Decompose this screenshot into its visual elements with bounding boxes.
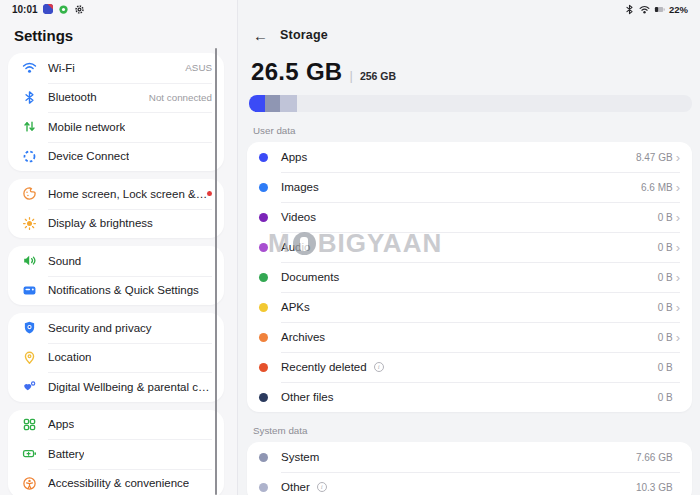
gear-status-icon bbox=[74, 4, 85, 15]
display-icon bbox=[22, 216, 37, 231]
sidebar-item-device-connect[interactable]: Device Connect bbox=[8, 142, 224, 172]
sidebar-item-wi-fi[interactable]: Wi-FiASUS bbox=[8, 53, 224, 83]
location-icon bbox=[22, 350, 37, 365]
storage-usage-bar bbox=[249, 95, 692, 112]
chevron-right-icon[interactable]: › bbox=[676, 151, 680, 164]
settings-group-card: Wi-FiASUSBluetoothNot connectedMobile ne… bbox=[8, 53, 224, 171]
info-icon[interactable]: i bbox=[317, 482, 327, 492]
sidebar-item-apps[interactable]: Apps bbox=[8, 410, 224, 440]
section-header: System data bbox=[247, 412, 692, 442]
chevron-right-icon[interactable]: › bbox=[676, 331, 680, 344]
sidebar-item-label: Mobile network bbox=[48, 121, 125, 133]
back-arrow-icon[interactable]: ← bbox=[253, 28, 268, 43]
storage-section-card: Apps8.47 GB›Images6.6 MB›Videos0 B›Audio… bbox=[247, 142, 692, 412]
storage-row-other: Otheri10.3 GB› bbox=[247, 472, 692, 495]
sidebar-item-bluetooth[interactable]: BluetoothNot connected bbox=[8, 83, 224, 113]
category-color-dot bbox=[259, 183, 268, 192]
mobile-network-icon bbox=[22, 119, 37, 134]
storage-row-apps[interactable]: Apps8.47 GB› bbox=[247, 142, 692, 172]
sidebar-item-label: Sound bbox=[48, 255, 81, 267]
storage-section-card: System7.66 GB›Otheri10.3 GB› bbox=[247, 442, 692, 495]
apps-icon bbox=[22, 417, 37, 432]
storage-panel: ← Storage 26.5 GB | 256 GB User dataApps… bbox=[238, 18, 700, 495]
sidebar-item-label: Device Connect bbox=[48, 150, 129, 162]
sidebar-item-digital-wellbeing-parental-controls[interactable]: Digital Wellbeing & parental controls bbox=[8, 372, 224, 402]
category-size-value: 0 B bbox=[658, 362, 673, 373]
chevron-right-icon[interactable]: › bbox=[676, 181, 680, 194]
sidebar-item-home-screen-lock-screen-style[interactable]: Home screen, Lock screen & style bbox=[8, 179, 224, 209]
accessibility-icon bbox=[22, 476, 37, 491]
category-label: Archives bbox=[281, 331, 325, 343]
sidebar-item-notifications-quick-settings[interactable]: Notifications & Quick Settings bbox=[8, 276, 224, 306]
usage-bar-segment-2 bbox=[280, 95, 297, 112]
sidebar-item-label: Bluetooth bbox=[48, 91, 97, 103]
settings-group-card: Security and privacyLocationDigital Well… bbox=[8, 313, 224, 402]
home-style-icon bbox=[22, 186, 37, 201]
wellbeing-icon bbox=[22, 379, 37, 394]
usage-bar-segment-0 bbox=[249, 95, 265, 112]
storage-row-documents[interactable]: Documents0 B› bbox=[247, 262, 692, 292]
sidebar-item-label: Wi-Fi bbox=[48, 62, 75, 74]
chevron-right-icon[interactable]: › bbox=[676, 211, 680, 224]
status-bar: 10:01 22% bbox=[0, 0, 700, 18]
section-header: User data bbox=[247, 112, 692, 142]
category-label: Images bbox=[281, 181, 319, 193]
device-connect-icon bbox=[22, 149, 37, 164]
storage-row-audio[interactable]: Audio0 B› bbox=[247, 232, 692, 262]
settings-menu: Wi-FiASUSBluetoothNot connectedMobile ne… bbox=[0, 53, 237, 495]
category-size-value: 10.3 GB bbox=[636, 482, 673, 493]
wifi-icon bbox=[22, 60, 37, 75]
sidebar-item-battery[interactable]: Battery bbox=[8, 439, 224, 469]
settings-panel: Settings Wi-FiASUSBluetoothNot connected… bbox=[0, 18, 237, 495]
category-color-dot bbox=[259, 273, 268, 282]
chevron-right-icon[interactable]: › bbox=[676, 241, 680, 254]
storage-separator: | bbox=[349, 68, 352, 83]
data-saver-icon bbox=[58, 4, 69, 15]
sidebar-item-label: Notifications & Quick Settings bbox=[48, 284, 199, 296]
storage-row-images[interactable]: Images6.6 MB› bbox=[247, 172, 692, 202]
sidebar-item-accessibility-convenience[interactable]: Accessibility & convenience bbox=[8, 469, 224, 495]
sound-icon bbox=[22, 253, 37, 268]
sidebar-item-label: Display & brightness bbox=[48, 217, 153, 229]
battery-icon bbox=[22, 446, 37, 461]
storage-row-other-files: Other files0 B› bbox=[247, 382, 692, 412]
category-size-value: 0 B bbox=[658, 332, 673, 343]
sidebar-item-sound[interactable]: Sound bbox=[8, 246, 224, 276]
notifications-icon bbox=[22, 283, 37, 298]
chevron-right-icon[interactable]: › bbox=[676, 271, 680, 284]
clock: 10:01 bbox=[12, 4, 38, 15]
category-color-dot bbox=[259, 213, 268, 222]
storage-total: 256 GB bbox=[360, 70, 396, 82]
category-size-value: 8.47 GB bbox=[636, 152, 673, 163]
notification-badge-dot bbox=[207, 191, 212, 196]
usage-bar-segment-1 bbox=[265, 95, 280, 112]
sidebar-item-mobile-network[interactable]: Mobile network bbox=[8, 112, 224, 142]
storage-used: 26.5 GB bbox=[251, 58, 342, 86]
category-color-dot bbox=[259, 333, 268, 342]
chevron-right-icon[interactable]: › bbox=[676, 301, 680, 314]
storage-row-system: System7.66 GB› bbox=[247, 442, 692, 472]
category-label: Documents bbox=[281, 271, 339, 283]
sidebar-item-security-and-privacy[interactable]: Security and privacy bbox=[8, 313, 224, 343]
sidebar-item-display-brightness[interactable]: Display & brightness bbox=[8, 209, 224, 239]
sidebar-item-label: Home screen, Lock screen & style bbox=[48, 188, 207, 200]
wifi-status-icon bbox=[639, 4, 650, 15]
settings-scrollbar[interactable] bbox=[215, 48, 218, 495]
category-label: Recently deleted bbox=[281, 361, 367, 373]
category-size-value: 0 B bbox=[658, 212, 673, 223]
settings-title: Settings bbox=[0, 18, 237, 53]
usage-bar-track bbox=[297, 95, 692, 112]
storage-sections: User dataApps8.47 GB›Images6.6 MB›Videos… bbox=[247, 112, 692, 495]
page-title: Storage bbox=[280, 28, 328, 42]
sidebar-item-label: Security and privacy bbox=[48, 322, 152, 334]
category-color-dot bbox=[259, 453, 268, 462]
storage-row-archives[interactable]: Archives0 B› bbox=[247, 322, 692, 352]
info-icon[interactable]: i bbox=[374, 362, 384, 372]
category-label: Videos bbox=[281, 211, 316, 223]
sidebar-item-location[interactable]: Location bbox=[8, 343, 224, 373]
category-label: Audio bbox=[281, 241, 310, 253]
security-icon bbox=[22, 320, 37, 335]
storage-row-videos[interactable]: Videos0 B› bbox=[247, 202, 692, 232]
storage-row-apks[interactable]: APKs0 B› bbox=[247, 292, 692, 322]
category-color-dot bbox=[259, 483, 268, 492]
